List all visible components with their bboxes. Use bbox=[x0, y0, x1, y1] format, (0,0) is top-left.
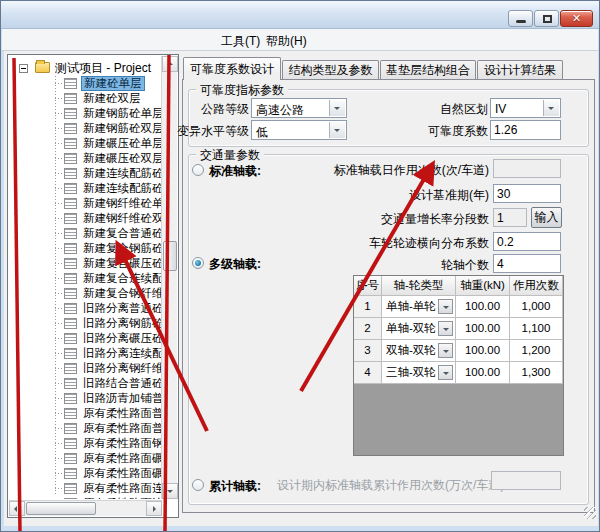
layer-doc-icon bbox=[64, 438, 77, 449]
tree-item[interactable]: 旧路结合普通砼 bbox=[9, 376, 162, 391]
axle-type-select[interactable]: 双轴-双轮 bbox=[382, 340, 456, 362]
tree-item[interactable]: 原有柔性路面普通 bbox=[9, 406, 162, 421]
layer-doc-icon bbox=[64, 348, 77, 359]
tree-item[interactable]: 新建砼单层 bbox=[9, 76, 162, 91]
daily-actions-input bbox=[493, 159, 561, 178]
table-cell-load[interactable]: 100.00 bbox=[456, 340, 510, 362]
cumulative-axle-radio[interactable] bbox=[192, 479, 204, 491]
tree-item[interactable]: 新建复合普通砼 bbox=[9, 226, 162, 241]
tree-item[interactable]: 旧路分离钢纤维砼 bbox=[9, 361, 162, 376]
tree-item[interactable]: 新建复合钢纤维砼 bbox=[9, 286, 162, 301]
design-period-input[interactable] bbox=[493, 184, 561, 203]
table-cell-seq: 4 bbox=[354, 362, 382, 384]
close-button[interactable]: ✕ bbox=[560, 10, 593, 27]
menu-item-tools[interactable]: 工具(T) bbox=[215, 32, 266, 49]
chevron-down-icon[interactable] bbox=[438, 343, 453, 358]
tree-horizontal-scrollbar[interactable] bbox=[9, 500, 162, 516]
table-cell-count[interactable]: 1,100 bbox=[510, 318, 563, 340]
tree-item[interactable]: 新建砼双层 bbox=[9, 91, 162, 106]
tree-item[interactable]: 新建钢纤维砼双层 bbox=[9, 211, 162, 226]
tree-item[interactable]: 旧路沥青加铺普通 bbox=[9, 391, 162, 406]
tree-connector-stub bbox=[55, 368, 62, 369]
scroll-thumb[interactable] bbox=[163, 241, 177, 271]
collapse-icon[interactable] bbox=[19, 64, 28, 73]
table-cell-count[interactable]: 1,000 bbox=[510, 296, 563, 318]
standard-axle-radio[interactable] bbox=[192, 164, 204, 176]
chevron-down-icon[interactable] bbox=[543, 100, 559, 116]
growth-segments-input[interactable] bbox=[493, 208, 527, 227]
layer-doc-icon bbox=[64, 378, 77, 389]
layer-doc-icon bbox=[64, 258, 77, 269]
reliability-coeff-input[interactable] bbox=[490, 120, 561, 140]
resize-grip[interactable] bbox=[584, 507, 596, 519]
tree-item[interactable]: 新建钢纤维砼单层 bbox=[9, 196, 162, 211]
scroll-down-button[interactable] bbox=[162, 483, 178, 499]
tree-root-label[interactable]: 测试项目 - Project bbox=[55, 60, 151, 77]
tree-item[interactable]: 旧路分离碾压砼 bbox=[9, 331, 162, 346]
tree-item[interactable]: 原有柔性路面碾压 bbox=[9, 451, 162, 466]
minimize-button[interactable] bbox=[508, 10, 533, 27]
tree-item[interactable]: 新建碾压砼单层 bbox=[9, 136, 162, 151]
arrow-up-icon bbox=[167, 62, 173, 65]
variation-level-label: 变异水平等级 bbox=[161, 124, 249, 138]
tree-item[interactable]: 新建连续配筋砼单 bbox=[9, 166, 162, 181]
tree-item[interactable]: 旧路分离钢筋砼 bbox=[9, 316, 162, 331]
tree-item-label: 新建复合钢筋砼 bbox=[81, 241, 162, 256]
tree-item[interactable]: 新建连续配筋砼双 bbox=[9, 181, 162, 196]
wheel-track-input[interactable] bbox=[493, 232, 561, 251]
natural-zone-select[interactable]: IV bbox=[490, 98, 561, 118]
scroll-up-button[interactable] bbox=[162, 56, 178, 72]
scroll-left-button[interactable] bbox=[9, 501, 25, 516]
natural-zone-value: IV bbox=[495, 102, 506, 116]
tree-item-label: 新建复合钢纤维砼 bbox=[81, 286, 162, 301]
scroll-right-button[interactable] bbox=[146, 501, 162, 516]
tree-item[interactable]: 旧路分离普通砼( bbox=[9, 301, 162, 316]
tree-item-label: 旧路分离钢筋砼 bbox=[81, 316, 162, 331]
tab-design-results[interactable]: 设计计算结果 bbox=[477, 60, 563, 80]
tree-item[interactable]: 原有柔性路面连续 bbox=[9, 481, 162, 496]
tree-item[interactable]: 新建钢筋砼单层 bbox=[9, 106, 162, 121]
table-cell-load[interactable]: 100.00 bbox=[456, 318, 510, 340]
road-grade-select[interactable]: 高速公路 bbox=[251, 98, 347, 118]
table-cell-load[interactable]: 100.00 bbox=[456, 362, 510, 384]
axle-load-table: 序号 轴-轮类型 轴重(kN) 作用次数 1单轴-单轮100.001,0002单… bbox=[353, 275, 564, 456]
tree-item[interactable]: 新建复合连续配筋 bbox=[9, 271, 162, 286]
axle-type-select[interactable]: 单轴-双轮 bbox=[382, 318, 456, 340]
tab-structure-params[interactable]: 结构类型及参数 bbox=[282, 60, 379, 80]
multi-axle-radio[interactable] bbox=[192, 257, 204, 269]
tree-item[interactable]: 原有柔性路面连续 bbox=[9, 496, 162, 499]
menu-item-help[interactable]: 帮助(H) bbox=[260, 32, 313, 49]
tree-connector-stub bbox=[55, 293, 62, 294]
variation-level-select[interactable]: 低 bbox=[251, 120, 347, 140]
tree-item[interactable]: 原有柔性路面普通 bbox=[9, 421, 162, 436]
wheel-track-label: 车轮轮迹横向分布系数 bbox=[356, 236, 489, 250]
table-cell-count[interactable]: 1,300 bbox=[510, 362, 563, 384]
tree-item[interactable]: 新建复合碾压砼 bbox=[9, 256, 162, 271]
tree-item[interactable]: 旧路分离连续配筋 bbox=[9, 346, 162, 361]
tree-item-label: 新建钢筋砼单层 bbox=[81, 106, 162, 121]
chevron-down-icon[interactable] bbox=[438, 321, 453, 336]
chevron-down-icon[interactable] bbox=[329, 100, 345, 116]
tree-item-label: 原有柔性路面普通 bbox=[81, 421, 162, 436]
tree-item[interactable]: 新建钢筋砼双层 bbox=[9, 121, 162, 136]
tab-base-combination[interactable]: 基垫层结构组合 bbox=[380, 60, 476, 80]
axle-type-select[interactable]: 三轴-双轮 bbox=[382, 362, 456, 384]
scroll-thumb[interactable] bbox=[26, 502, 96, 515]
daily-actions-label: 标准轴载日作用次数(次/车道) bbox=[301, 163, 489, 177]
tree-connector-stub bbox=[55, 473, 62, 474]
tree-item[interactable]: 原有柔性路面碾压 bbox=[9, 466, 162, 481]
table-cell-load[interactable]: 100.00 bbox=[456, 296, 510, 318]
tree-vertical-scrollbar[interactable] bbox=[161, 56, 177, 499]
tree-item[interactable]: 原有柔性路面钢筋 bbox=[9, 436, 162, 451]
chevron-down-icon[interactable] bbox=[329, 122, 345, 138]
chevron-down-icon[interactable] bbox=[438, 299, 453, 314]
tree-item[interactable]: 新建复合钢筋砼 bbox=[9, 241, 162, 256]
input-button[interactable]: 输入 bbox=[531, 207, 562, 228]
chevron-down-icon[interactable] bbox=[438, 365, 453, 380]
tab-reliability-design[interactable]: 可靠度系数设计 bbox=[183, 57, 281, 80]
axle-type-select[interactable]: 单轴-单轮 bbox=[382, 296, 456, 318]
tree-item[interactable]: 新建碾压砼双层 bbox=[9, 151, 162, 166]
table-cell-count[interactable]: 1,200 bbox=[510, 340, 563, 362]
axle-count-input[interactable] bbox=[493, 254, 561, 273]
maximize-button[interactable] bbox=[534, 10, 559, 27]
